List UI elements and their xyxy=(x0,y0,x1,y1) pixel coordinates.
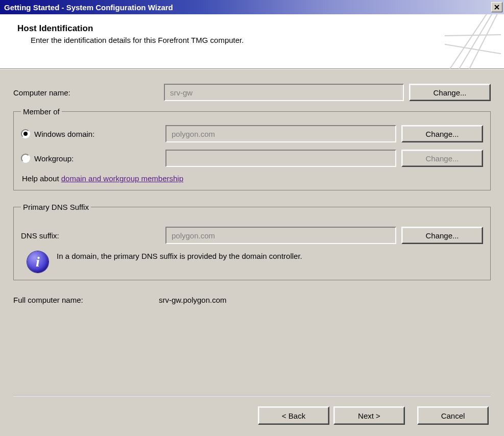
domain-change-button[interactable]: Change... xyxy=(401,125,483,142)
full-computer-name-row: Full computer name: srv-gw.polygon.com xyxy=(13,296,491,304)
back-button[interactable]: < Back xyxy=(258,406,329,425)
close-button[interactable] xyxy=(491,2,502,12)
computer-name-row: Computer name: srv-gw Change... xyxy=(13,84,491,101)
dns-group: Primary DNS Suffix DNS suffix: polygon.c… xyxy=(13,203,491,280)
dns-row: DNS suffix: polygon.com Change... xyxy=(21,227,483,244)
lines-icon xyxy=(445,14,501,69)
dns-info: i In a domain, the primary DNS suffix is… xyxy=(21,251,483,273)
domain-row: Windows domain: polygon.com Change... xyxy=(21,125,483,142)
next-button[interactable]: Next > xyxy=(333,406,405,425)
close-icon xyxy=(494,5,499,10)
full-computer-name-value: srv-gw.polygon.com xyxy=(159,296,491,304)
workgroup-change-button: Change... xyxy=(401,150,483,167)
workgroup-field xyxy=(165,150,396,167)
workgroup-radio[interactable] xyxy=(21,154,30,163)
full-computer-name-label: Full computer name: xyxy=(13,296,159,304)
page-title: Host Identification xyxy=(17,23,244,34)
info-icon: i xyxy=(27,251,49,273)
cancel-button[interactable]: Cancel xyxy=(417,406,489,425)
dns-legend: Primary DNS Suffix xyxy=(21,203,91,211)
member-of-group: Member of Windows domain: polygon.com Ch… xyxy=(13,107,491,190)
domain-field: polygon.com xyxy=(165,125,396,142)
workgroup-row: Workgroup: Change... xyxy=(21,150,483,167)
domain-label: Windows domain: xyxy=(34,130,94,138)
member-of-legend: Member of xyxy=(21,107,62,116)
computer-name-label: Computer name: xyxy=(13,88,159,97)
dns-label: DNS suffix: xyxy=(21,231,160,240)
membership-help-link[interactable]: domain and workgroup membership xyxy=(61,174,183,183)
spacer xyxy=(13,334,491,395)
dns-info-text: In a domain, the primary DNS suffix is p… xyxy=(57,251,302,261)
wizard-footer: < Back Next > Cancel xyxy=(13,395,491,436)
dns-field: polygon.com xyxy=(165,227,396,244)
membership-help: Help about domain and workgroup membersh… xyxy=(21,174,483,183)
wizard-header: Host Identification Enter the identifica… xyxy=(0,14,504,69)
computer-name-field: srv-gw xyxy=(164,84,404,101)
page-subtitle: Enter the identification details for thi… xyxy=(17,36,244,44)
window-title: Getting Started - System Configuration W… xyxy=(4,3,173,12)
header-decoration xyxy=(445,14,501,69)
workgroup-label: Workgroup: xyxy=(34,154,74,163)
domain-radio[interactable] xyxy=(21,129,30,138)
titlebar: Getting Started - System Configuration W… xyxy=(0,0,504,14)
dns-change-button[interactable]: Change... xyxy=(401,227,483,244)
wizard-body: Computer name: srv-gw Change... Member o… xyxy=(0,69,504,436)
computer-name-change-button[interactable]: Change... xyxy=(409,84,491,101)
